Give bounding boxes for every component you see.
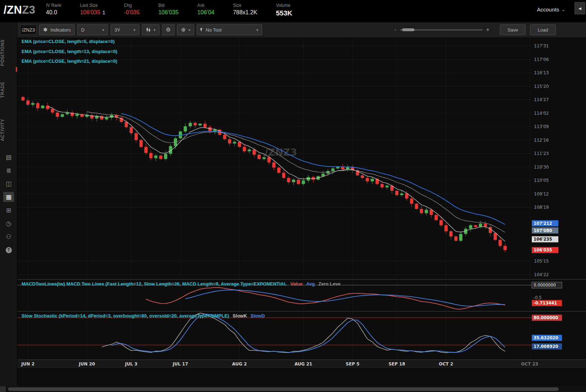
apps-grid-icon[interactable]: ⊞ — [3, 205, 14, 215]
change-label: Chg — [124, 3, 140, 8]
svg-text:0.0000000: 0.0000000 — [534, 283, 556, 288]
symbol-input[interactable] — [20, 25, 37, 35]
svg-text:JUL 3: JUL 3 — [125, 362, 137, 367]
people-icon[interactable]: ⚇ — [3, 232, 14, 242]
bid-field: Bid 106'035 — [158, 0, 178, 16]
chart-icon[interactable]: ◫ — [3, 179, 14, 189]
volume-value: 553K — [276, 9, 292, 17]
symbol-root: /ZN — [4, 4, 22, 16]
drawing-tool-dropdown[interactable]: No Tool ▾ — [197, 24, 262, 35]
svg-text:SEP 18: SEP 18 — [389, 362, 405, 367]
zoom-slider-handle[interactable] — [402, 28, 414, 31]
help-icon[interactable]: ? — [3, 245, 14, 255]
list-icon[interactable]: ≣ — [3, 165, 14, 175]
drawing-tool-value: No Tool — [206, 27, 222, 33]
save-button[interactable]: Save — [500, 24, 526, 35]
compare-dropdown[interactable]: ⊕ ▾ — [177, 24, 194, 35]
bid-label: Bid — [158, 3, 178, 8]
chevron-down-icon: ▾ — [134, 28, 135, 32]
header-right: Accounts ⌄ ◄ — [537, 0, 586, 14]
candlestick-chart-icon — [146, 27, 151, 33]
accounts-label: Accounts — [537, 6, 559, 13]
svg-text:106'235: 106'235 — [534, 237, 552, 242]
svg-text:JUL 17: JUL 17 — [172, 362, 188, 367]
svg-text:113'09: 113'09 — [534, 124, 549, 129]
svg-text:105'15: 105'15 — [534, 259, 549, 264]
svg-text:17.008920: 17.008920 — [534, 344, 558, 349]
chart-type-dropdown[interactable]: ▾ — [142, 24, 159, 35]
svg-text:110'30: 110'30 — [534, 165, 549, 170]
scrollbar-handle[interactable] — [8, 387, 559, 391]
change-field: Chg -0'035 — [124, 0, 140, 16]
svg-text:35.632020: 35.632020 — [534, 335, 558, 340]
timeframe-dropdown[interactable]: D ▾ — [77, 24, 108, 35]
svg-text:JUN 2: JUN 2 — [21, 362, 34, 367]
chevron-down-icon: ⌄ — [562, 7, 565, 12]
symbol-month-code: Z3 — [22, 4, 35, 16]
horizontal-scrollbar[interactable] — [0, 386, 586, 392]
history-clock-icon[interactable]: ◷ — [3, 218, 14, 228]
svg-text:104'22: 104'22 — [534, 272, 549, 277]
zoom-control: - + — [394, 27, 489, 33]
indicators-button[interactable]: ✱ Indicators — [39, 24, 75, 35]
svg-text:AUG 2: AUG 2 — [232, 362, 247, 367]
bid-value: 106'035 — [158, 9, 178, 16]
size-field: Size 788x1.2K — [233, 0, 257, 16]
compare-icon: ⊕ — [181, 27, 186, 33]
sidebar-tab-positions[interactable]: POSITIONS — [0, 33, 17, 72]
svg-text:108'19: 108'19 — [534, 205, 549, 210]
zoom-slider[interactable] — [400, 29, 483, 30]
accounts-dropdown[interactable]: Accounts ⌄ — [537, 6, 565, 13]
ask-value: 106'04 — [197, 9, 214, 16]
symbol-title: /ZNZ3 — [0, 0, 46, 16]
last-price-value: 106'0351 — [80, 9, 105, 16]
last-size-value: 1 — [102, 10, 105, 15]
svg-text:107'080: 107'080 — [534, 228, 552, 233]
svg-text:106'035: 106'035 — [534, 247, 552, 252]
sidebar-tab-activity[interactable]: ACTIVITY — [0, 113, 17, 147]
chevron-down-icon: ▾ — [102, 28, 104, 32]
chevron-down-icon: ▾ — [256, 28, 258, 32]
svg-text:112'16: 112'16 — [534, 138, 549, 143]
collapse-panel-button[interactable]: ◄ — [575, 2, 585, 14]
chart-settings-button[interactable]: ⚙ — [162, 24, 175, 35]
svg-text:111'23: 111'23 — [534, 151, 549, 156]
svg-text:OCT 23: OCT 23 — [521, 362, 538, 367]
load-button[interactable]: Load — [530, 24, 556, 35]
indicators-button-label: Indicators — [51, 27, 71, 33]
gear-icon: ⚙ — [166, 27, 171, 33]
svg-text:OCT 2: OCT 2 — [439, 362, 453, 367]
iv-rank-label: IV Rank — [46, 3, 61, 8]
chart-grid-icon[interactable]: ▦ — [3, 192, 14, 202]
scrollbar-corner[interactable] — [0, 386, 6, 392]
zoom-in-button[interactable]: + — [486, 27, 489, 33]
svg-text:114'02: 114'02 — [534, 111, 549, 116]
ask-field: Ask 106'04 — [197, 0, 214, 16]
iv-rank-value: 40.0 — [46, 9, 61, 16]
svg-text:80.000000: 80.000000 — [534, 315, 558, 320]
svg-text:117'31: 117'31 — [534, 43, 549, 48]
left-rail: POSITIONS TRADE ACTIVITY ▤ ≣ ◫ ▦ ⊞ ◷ ⚇ ? — [0, 22, 17, 386]
chevron-left-icon: ◄ — [578, 6, 582, 11]
svg-text:SEP 5: SEP 5 — [346, 362, 359, 367]
svg-text:117'06: 117'06 — [534, 57, 549, 62]
svg-text:114'27: 114'27 — [534, 97, 549, 102]
svg-text:116'13: 116'13 — [534, 70, 549, 75]
svg-text:109'12: 109'12 — [534, 192, 549, 197]
trading-platform-window: /ZNZ3 IV Rank 40.0 Last Size 106'0351 Ch… — [0, 0, 586, 392]
chart-toolbar: ✱ Indicators D ▾ 3Y ▾ ▾ ⚙ ⊕ ▾ No Tool — [17, 22, 586, 37]
report-icon[interactable]: ▤ — [3, 152, 14, 162]
svg-text:115'20: 115'20 — [534, 84, 549, 89]
quote-header: /ZNZ3 IV Rank 40.0 Last Size 106'0351 Ch… — [0, 0, 586, 22]
last-size-field: Last Size 106'0351 — [80, 0, 105, 16]
chevron-down-icon: ▾ — [154, 28, 155, 32]
volume-label: Volume — [276, 3, 292, 8]
range-value: 3Y — [115, 27, 120, 33]
price-chart-canvas[interactable]: /ZNZ3117'31117'06116'13115'20114'27114'0… — [17, 37, 586, 392]
svg-text:-0.5: -0.5 — [534, 295, 541, 300]
size-label: Size — [233, 3, 257, 8]
ask-label: Ask — [197, 3, 214, 8]
range-dropdown[interactable]: 3Y ▾ — [111, 24, 139, 35]
zoom-out-button[interactable]: - — [394, 27, 396, 33]
sidebar-tab-trade[interactable]: TRADE — [0, 77, 17, 103]
